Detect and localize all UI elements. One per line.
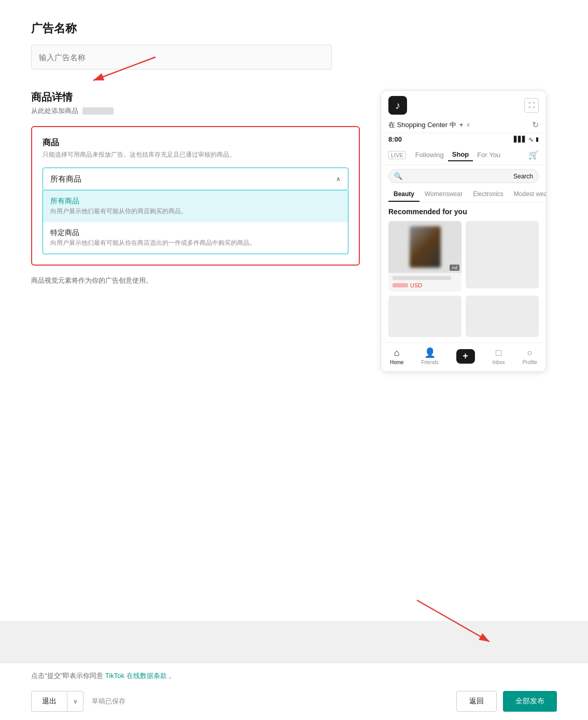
draft-saved-text: 草稿已保存 <box>92 697 125 706</box>
left-column: 商品详情 从此处添加商品 商品 只能选择可用商品来投放广告。这包括库存充足且已通… <box>31 90 360 285</box>
ad-badge: Ad <box>450 265 459 271</box>
search-icon: 🔍 <box>394 172 402 180</box>
shopping-center-plus: + <box>459 121 464 129</box>
shopping-center-bar: 在 Shopping Center 中 + ∨ ↻ <box>381 117 546 133</box>
status-bar: 8:00 ▋▋▋ ∿ ▮ <box>381 133 546 145</box>
product-price-1: USD <box>393 282 457 288</box>
bottom-actions: 退出 ∨ 草稿已保存 返回 全部发布 <box>31 691 557 712</box>
product-details-sub: 从此处添加商品 <box>31 106 360 116</box>
nav-inbox-item[interactable]: □ Inbox <box>492 348 505 365</box>
product-dropdown-selected[interactable]: 所有商品 ∧ <box>43 168 348 190</box>
product-add-icon-blur <box>82 107 114 115</box>
fullscreen-icon[interactable]: ⛶ <box>524 98 539 113</box>
inbox-icon: □ <box>496 348 501 358</box>
status-icons: ▋▋▋ ∿ ▮ <box>514 136 539 143</box>
product-dropdown-options: 所有商品 向用户展示他们最有可能从你的商店购买的商品。 特定商品 向用户展示他们… <box>43 190 348 254</box>
option-specific-title: 特定商品 <box>50 228 341 238</box>
ad-name-section: 广告名称 <box>31 21 557 70</box>
nav-following-tab[interactable]: Following <box>411 149 448 161</box>
phone-preview-column: ♪ ⛶ 在 Shopping Center 中 + ∨ ↻ <box>381 90 557 372</box>
option-specific-desc: 向用户展示他们最有可能从你在商店选出的一件或多件商品中购买的商品。 <box>50 239 341 247</box>
nav-home-item[interactable]: ⌂ Home <box>390 348 404 365</box>
tos-text: 点击"提交"即表示你同意 TikTok 在线数据条款 。 <box>31 671 557 681</box>
cat-tab-beauty[interactable]: Beauty <box>388 187 419 202</box>
profile-icon: ○ <box>527 348 533 358</box>
signal-icon: ▋▋▋ <box>514 136 526 143</box>
search-button-phone[interactable]: Search <box>513 173 533 180</box>
tiktok-logo: ♪ <box>388 96 407 115</box>
product-grid: Ad USD <box>388 221 539 337</box>
right-actions: 返回 全部发布 <box>456 691 557 712</box>
product-details-title: 商品详情 <box>31 90 360 104</box>
product-dropdown-wrapper: 所有商品 ∧ 所有商品 向用户展示他们最有可能从你的商店购买的商品。 特定商品 … <box>43 168 348 254</box>
nav-live-tab[interactable]: LIVE <box>388 151 406 159</box>
refresh-icon[interactable]: ↻ <box>532 120 539 130</box>
product-image-blurred <box>410 226 441 268</box>
phone-bottom-nav: ⌂ Home 👤 Friends + □ Inbox <box>381 342 546 371</box>
product-box-desc: 只能选择可用商品来投放广告。这包括库存充足且已通过审核的商品。 <box>43 150 348 159</box>
chevron-down-icon: ∨ <box>73 698 78 705</box>
cat-tab-modest[interactable]: Modest wear <box>509 187 546 202</box>
phone-preview: ♪ ⛶ 在 Shopping Center 中 + ∨ ↻ <box>381 90 547 372</box>
exit-dropdown-button[interactable]: ∨ <box>67 691 83 712</box>
product-card-1[interactable]: Ad USD <box>388 221 461 292</box>
create-plus-button[interactable]: + <box>456 349 475 364</box>
chevron-down-icon: ∨ <box>466 121 470 128</box>
shopping-center-text: 在 Shopping Center 中 + ∨ <box>388 120 470 130</box>
product-box-title: 商品 <box>43 137 348 148</box>
product-note: 商品视觉元素将作为你的广告创意使用。 <box>31 276 360 285</box>
exit-button[interactable]: 退出 <box>31 691 67 712</box>
ad-name-input[interactable] <box>31 45 332 70</box>
wifi-icon: ∿ <box>528 136 534 143</box>
phone-search-bar[interactable]: 🔍 Search <box>388 169 539 183</box>
bottom-bar: 点击"提交"即表示你同意 TikTok 在线数据条款 。 退出 ∨ 草稿已保存 … <box>0 662 588 720</box>
battery-icon: ▮ <box>536 136 539 143</box>
cat-tab-womenswear[interactable]: Womenswear <box>419 187 468 202</box>
product-card-img-1: Ad <box>388 221 461 273</box>
tos-link[interactable]: TikTok 在线数据条款 <box>105 672 167 680</box>
nav-profile-item[interactable]: ○ Profile <box>523 348 537 365</box>
category-tabs: Beauty Womenswear Electronics Modest wea… <box>381 187 546 202</box>
cat-tab-electronics[interactable]: Electronics <box>468 187 509 202</box>
nav-friends-item[interactable]: 👤 Friends <box>421 347 438 365</box>
publish-button[interactable]: 全部发布 <box>503 691 557 712</box>
chevron-up-icon: ∧ <box>336 175 341 183</box>
product-card-placeholder-1 <box>466 221 539 288</box>
price-blur <box>393 283 408 287</box>
product-name-blur-1 <box>393 276 451 280</box>
recommended-section: Recommended for you Ad <box>381 202 546 342</box>
dropdown-option-specific-products[interactable]: 特定商品 向用户展示他们最有可能从你在商店选出的一件或多件商品中购买的商品。 <box>43 222 348 254</box>
phone-nav-tabs: LIVE Following Shop For You 🛒 <box>381 145 546 165</box>
product-card-placeholder-3 <box>466 296 539 337</box>
dropdown-option-all-products[interactable]: 所有商品 向用户展示他们最有可能从你的商店购买的商品。 <box>43 190 348 222</box>
friends-icon: 👤 <box>424 347 436 358</box>
home-icon: ⌂ <box>394 348 400 358</box>
product-selection-box: 商品 只能选择可用商品来投放广告。这包括库存充足且已通过审核的商品。 所有商品 … <box>31 126 360 266</box>
tiktok-logo-icon: ♪ <box>395 100 400 112</box>
option-all-title: 所有商品 <box>50 197 341 206</box>
plus-icon: + <box>463 351 468 362</box>
nav-shop-tab[interactable]: Shop <box>448 148 473 161</box>
option-all-desc: 向用户展示他们最有可能从你的商店购买的商品。 <box>50 207 341 216</box>
back-button[interactable]: 返回 <box>456 691 497 712</box>
phone-topbar: ♪ ⛶ <box>381 91 546 117</box>
ad-name-title: 广告名称 <box>31 21 557 36</box>
product-card-placeholder-2 <box>388 296 461 337</box>
status-time: 8:00 <box>388 135 402 143</box>
two-column-layout: 商品详情 从此处添加商品 商品 只能选择可用商品来投放广告。这包括库存充足且已通… <box>31 90 557 372</box>
exit-button-group: 退出 ∨ 草稿已保存 <box>31 691 125 712</box>
cart-icon[interactable]: 🛒 <box>528 150 539 160</box>
recommended-title: Recommended for you <box>388 207 539 216</box>
nav-foryou-tab[interactable]: For You <box>473 149 505 161</box>
product-card-info-1: USD <box>388 273 461 292</box>
